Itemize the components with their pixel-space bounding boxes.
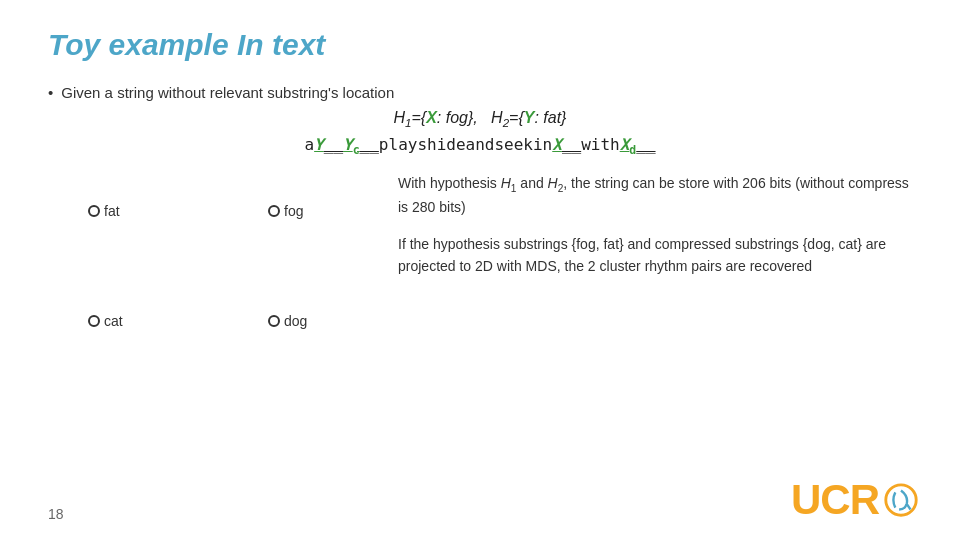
mds-plot: fat fog cat dog — [48, 173, 368, 393]
dot-container: fat fog cat dog — [48, 173, 368, 393]
str-blank1: __ — [324, 135, 343, 154]
right-panel: With hypothesis H1 and H2, the string ca… — [388, 173, 912, 393]
dot-cat-circle — [88, 315, 100, 327]
str-blank3: __ — [562, 135, 581, 154]
dot-dog-label: dog — [284, 313, 307, 329]
h1-var: H1 — [394, 109, 412, 126]
str-Yc: Yc — [343, 135, 360, 154]
content-area: fat fog cat dog With hypothesis H1 an — [48, 173, 912, 393]
bullet-text: Given a string without relevant substrin… — [48, 84, 912, 101]
h2-var: H2 — [491, 109, 509, 126]
h2-y: Y — [524, 109, 535, 126]
ucr-text: UCR — [791, 476, 879, 524]
dot-dog-circle — [268, 315, 280, 327]
dot-cat: cat — [88, 313, 123, 329]
dot-fog-circle — [268, 205, 280, 217]
dot-fat: fat — [88, 203, 120, 219]
string-line: aY__Yc__playshideandseekinX__withXd__ — [48, 135, 912, 157]
str-X: X — [552, 135, 562, 154]
dot-dog: dog — [268, 313, 307, 329]
str-Y: Y — [314, 135, 324, 154]
right-text-1: With hypothesis H1 and H2, the string ca… — [398, 173, 912, 218]
str-blank4: __ — [636, 135, 655, 154]
dot-fat-circle — [88, 205, 100, 217]
ucr-icon — [882, 481, 920, 519]
right-text-2: If the hypothesis substrings {fog, fat} … — [398, 234, 912, 277]
str-Xd: Xd — [620, 135, 637, 154]
dot-cat-label: cat — [104, 313, 123, 329]
bullet-section: Given a string without relevant substrin… — [48, 84, 912, 157]
dot-fog-label: fog — [284, 203, 303, 219]
slide-title: Toy example In text — [48, 28, 912, 62]
slide: Toy example In text Given a string witho… — [0, 0, 960, 540]
h2-colon: : fat} — [534, 109, 566, 126]
dot-fog: fog — [268, 203, 303, 219]
svg-point-0 — [886, 485, 916, 515]
h1-colon: : fog}, — [437, 109, 487, 126]
h1-x: X — [426, 109, 437, 126]
h2-eq: ={ — [509, 109, 524, 126]
dot-fat-label: fat — [104, 203, 120, 219]
hypothesis-line: H1={X: fog}, H2={Y: fat} — [48, 109, 912, 129]
h1-eq: ={ — [411, 109, 426, 126]
str-blank2: __ — [360, 135, 379, 154]
slide-number: 18 — [48, 506, 64, 522]
ucr-logo: UCR — [791, 476, 920, 524]
